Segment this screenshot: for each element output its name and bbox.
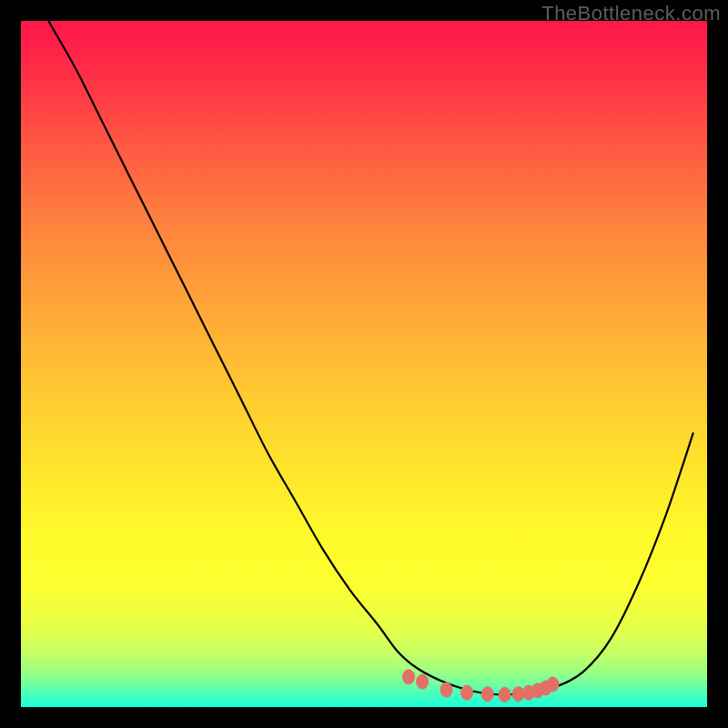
- marker-dot: [499, 687, 511, 702]
- chart-frame: TheBottleneck.com: [0, 0, 728, 728]
- marker-dot: [547, 677, 559, 692]
- marker-dot: [461, 685, 473, 700]
- marker-dot: [403, 670, 415, 684]
- marker-dot: [481, 687, 493, 702]
- marker-dot: [440, 682, 452, 697]
- chart-svg: [21, 21, 707, 707]
- marker-dot: [417, 674, 429, 689]
- plot-area: [21, 21, 707, 707]
- bottleneck-curve: [48, 21, 693, 694]
